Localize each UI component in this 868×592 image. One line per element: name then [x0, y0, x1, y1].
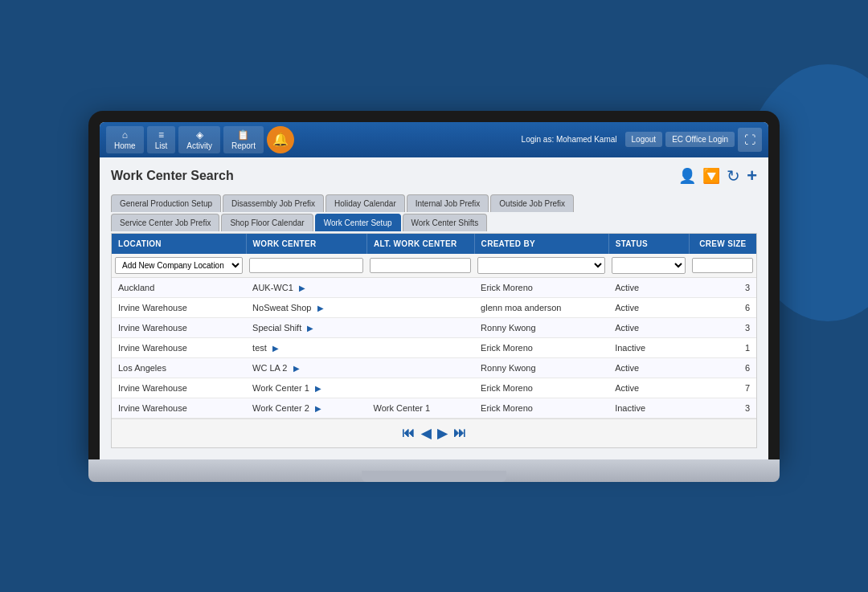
cell-crewsize: 6: [689, 357, 756, 378]
table-row[interactable]: Irvine Warehouse NoSweat Shop ▶ glenn mo…: [112, 297, 756, 317]
cell-createdby: glenn moa anderson: [474, 297, 608, 317]
cell-crewsize: 3: [689, 317, 756, 337]
cell-status: Active: [608, 297, 689, 317]
laptop-frame: ⌂ Home ≡ List ◈ Activity 📋 Report: [88, 111, 780, 482]
cell-location: Irvine Warehouse: [112, 297, 246, 317]
row-arrow-icon: ▶: [272, 344, 279, 353]
status-filter-select[interactable]: [612, 257, 686, 274]
cell-createdby: Ronny Kwong: [474, 317, 608, 337]
table-row[interactable]: Irvine Warehouse Work Center 1 ▶ Erick M…: [112, 378, 756, 398]
cell-workcenter: Special Shift ▶: [246, 317, 366, 337]
table-row[interactable]: Auckland AUK-WC1 ▶ Erick Moreno Active 3: [112, 277, 756, 297]
tab-disassembly[interactable]: Disassembly Job Prefix: [223, 194, 324, 212]
nav-activity-button[interactable]: ◈ Activity: [178, 126, 220, 153]
nav-home-label: Home: [114, 141, 136, 150]
alert-icon: 🔔: [272, 132, 289, 147]
person-icon-button[interactable]: 👤: [678, 167, 696, 185]
cell-status: Inactive: [608, 398, 689, 418]
home-icon: ⌂: [122, 129, 128, 141]
expand-button[interactable]: ⛶: [738, 128, 762, 152]
nav-activity-label: Activity: [186, 141, 212, 150]
tabs-row-1: General Production Setup Disassembly Job…: [111, 194, 757, 212]
refresh-icon-button[interactable]: ↻: [727, 166, 740, 186]
table-row[interactable]: Irvine Warehouse test ▶ Erick Moreno Ina…: [112, 337, 756, 357]
col-header-crewsize: CREW SIZE: [689, 234, 756, 254]
cell-workcenter: NoSweat Shop ▶: [246, 297, 366, 317]
nav-list-button[interactable]: ≡ List: [147, 126, 176, 153]
nav-report-button[interactable]: 📋 Report: [223, 126, 264, 153]
search-actions: 👤 🔽 ↻ +: [678, 165, 757, 186]
app-container: ⌂ Home ≡ List ◈ Activity 📋 Report: [100, 122, 768, 459]
cell-status: Active: [608, 277, 689, 297]
tab-outside-job[interactable]: Outside Job Prefix: [490, 194, 574, 212]
createdby-filter-select[interactable]: [477, 257, 605, 274]
cell-createdby: Ronny Kwong: [474, 357, 608, 378]
table-row[interactable]: Irvine Warehouse Special Shift ▶ Ronny K…: [112, 317, 756, 337]
cell-workcenter: AUK-WC1 ▶: [246, 277, 366, 297]
cell-altworkcenter: Work Center 1: [366, 398, 474, 418]
report-icon: 📋: [237, 129, 249, 141]
add-icon-button[interactable]: +: [747, 165, 757, 186]
tab-service-center[interactable]: Service Center Job Prefix: [111, 214, 219, 231]
cell-crewsize: 3: [689, 398, 756, 418]
tab-internal-job[interactable]: Internal Job Prefix: [407, 194, 489, 212]
cell-createdby: Erick Moreno: [474, 337, 608, 357]
cell-altworkcenter: [366, 378, 474, 398]
search-header: Work Center Search 👤 🔽 ↻: [111, 165, 757, 186]
first-page-button[interactable]: ⏮: [402, 426, 415, 440]
cell-status: Active: [608, 378, 689, 398]
refresh-icon: ↻: [727, 167, 740, 185]
tab-general-production[interactable]: General Production Setup: [111, 194, 221, 212]
nav-list-label: List: [155, 141, 168, 150]
col-header-altworkcenter: ALT. WORK CENTER: [366, 234, 474, 254]
filter-icon: 🔽: [702, 168, 720, 184]
data-table: LOCATION WORK CENTER ALT. WORK CENTER CR…: [111, 233, 757, 448]
altworkcenter-filter-input[interactable]: [370, 258, 471, 273]
table-row[interactable]: Irvine Warehouse Work Center 2 ▶ Work Ce…: [112, 398, 756, 418]
cell-crewsize: 6: [689, 297, 756, 317]
cell-crewsize: 7: [689, 378, 756, 398]
cell-createdby: Erick Moreno: [474, 277, 608, 297]
cell-altworkcenter: [366, 337, 474, 357]
row-arrow-icon: ▶: [293, 364, 300, 373]
nav-home-button[interactable]: ⌂ Home: [106, 126, 144, 153]
filter-row: Add New Company Location: [112, 254, 756, 278]
col-header-location: LOCATION: [112, 234, 246, 254]
cell-createdby: Erick Moreno: [474, 398, 608, 418]
tab-work-center-shifts[interactable]: Work Center Shifts: [403, 214, 488, 231]
row-arrow-icon: ▶: [315, 384, 321, 393]
user-info: Login as: Mohamed Kamal: [522, 135, 617, 144]
cell-location: Los Angeles: [112, 357, 246, 378]
cell-createdby: Erick Moreno: [474, 378, 608, 398]
add-icon: +: [747, 165, 757, 186]
ec-login-button[interactable]: EC Office Login: [665, 132, 735, 147]
location-filter-select[interactable]: Add New Company Location: [115, 257, 243, 274]
laptop-base: [88, 459, 780, 482]
workcenter-filter-input[interactable]: [249, 258, 363, 273]
last-page-button[interactable]: ⏭: [453, 426, 466, 440]
tab-shop-floor[interactable]: Shop Floor Calendar: [221, 214, 313, 231]
cell-altworkcenter: [366, 277, 474, 297]
logout-button[interactable]: Logout: [625, 132, 663, 147]
filter-icon-button[interactable]: 🔽: [702, 167, 720, 185]
nav-report-label: Report: [231, 141, 256, 150]
next-page-button[interactable]: ▶: [437, 426, 447, 441]
cell-altworkcenter: [366, 297, 474, 317]
tab-holiday[interactable]: Holiday Calendar: [326, 194, 405, 212]
cell-location: Irvine Warehouse: [112, 378, 246, 398]
cell-workcenter: WC LA 2 ▶: [246, 357, 366, 378]
cell-crewsize: 3: [689, 277, 756, 297]
row-arrow-icon: ▶: [299, 284, 305, 292]
tab-work-center-setup[interactable]: Work Center Setup: [315, 214, 401, 231]
screen-frame: ⌂ Home ≡ List ◈ Activity 📋 Report: [88, 111, 780, 459]
crewsize-filter-input[interactable]: [692, 258, 753, 273]
content-area: Work Center Search 👤 🔽 ↻: [100, 157, 768, 459]
row-arrow-icon: ▶: [315, 404, 321, 413]
prev-page-button[interactable]: ◀: [421, 426, 431, 441]
table-row[interactable]: Los Angeles WC LA 2 ▶ Ronny Kwong Active…: [112, 357, 756, 378]
person-icon: 👤: [678, 168, 696, 184]
cell-location: Irvine Warehouse: [112, 317, 246, 337]
row-arrow-icon: ▶: [317, 304, 324, 312]
alert-button[interactable]: 🔔: [267, 126, 294, 153]
expand-icon: ⛶: [744, 133, 755, 146]
